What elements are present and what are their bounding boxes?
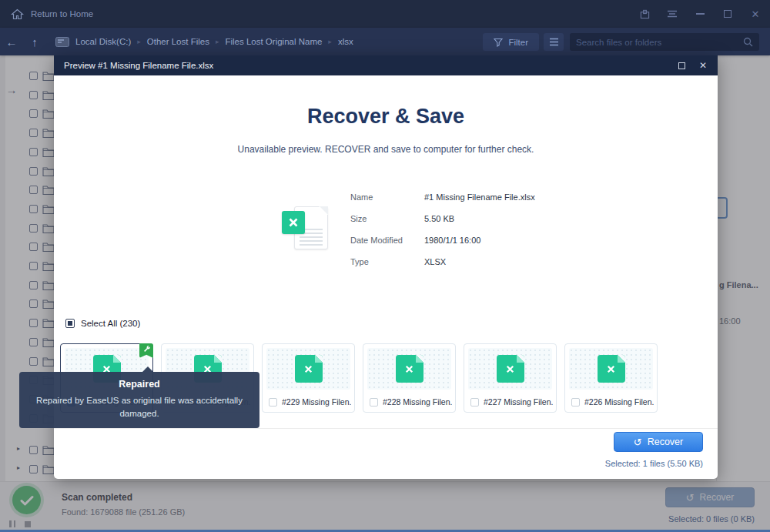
up-arrow-icon[interactable]: ↑ bbox=[23, 35, 46, 49]
breadcrumb-item-files-lost-original-name[interactable]: Files Lost Original Name bbox=[225, 37, 322, 46]
detail-row: Name #1 Missing Filename File.xlsx bbox=[350, 186, 535, 208]
detail-row: Type XLSX bbox=[350, 251, 535, 273]
file-card-label: #229 Missing Filen... bbox=[282, 397, 351, 407]
breadcrumb-item-other-lost-files[interactable]: Other Lost Files bbox=[147, 37, 209, 46]
detail-label: Type bbox=[350, 257, 424, 266]
dialog-maximize-icon[interactable] bbox=[678, 62, 685, 69]
file-checkbox[interactable] bbox=[370, 398, 378, 407]
title-bar: Return to Home ✕ bbox=[0, 0, 770, 28]
detail-label: Size bbox=[350, 214, 424, 223]
thumbnail-area bbox=[266, 348, 350, 390]
detail-value: #1 Missing Filename File.xlsx bbox=[424, 192, 535, 202]
select-all-checkbox[interactable]: Select All (230) bbox=[65, 319, 140, 328]
thumbnail-area bbox=[367, 348, 451, 390]
modal-footer-divider bbox=[54, 428, 718, 429]
modal-selected-summary: Selected: 1 files (5.50 KB) bbox=[605, 459, 703, 468]
app-window: Return to Home ✕ ← → ↑ Local Disk(C:) ▸ … bbox=[0, 0, 770, 532]
breadcrumb: Local Disk(C:) ▸ Other Lost Files ▸ File… bbox=[55, 37, 353, 47]
breadcrumb-separator: ▸ bbox=[137, 38, 141, 45]
package-icon[interactable] bbox=[639, 8, 650, 19]
home-icon bbox=[11, 8, 24, 20]
funnel-icon bbox=[494, 38, 503, 47]
dialog-close-icon[interactable]: ✕ bbox=[699, 60, 707, 71]
preview-unavailable-message: Unavailable preview. RECOVER and save to… bbox=[54, 144, 718, 155]
detail-value: 5.50 KB bbox=[424, 214, 454, 223]
file-card[interactable]: #226 Missing Filen... bbox=[564, 343, 658, 413]
file-card-label: #227 Missing Filen... bbox=[484, 397, 553, 407]
xlsx-file-icon bbox=[295, 355, 323, 383]
file-details: Name #1 Missing Filename File.xlsx Size … bbox=[350, 186, 535, 273]
back-arrow-icon[interactable]: ← bbox=[0, 35, 23, 49]
preview-dialog-titlebar: Preview #1 Missing Filename File.xlsx ✕ bbox=[54, 55, 718, 75]
breadcrumb-separator: ▸ bbox=[328, 38, 332, 45]
file-card[interactable]: #227 Missing Filen... bbox=[464, 343, 557, 413]
file-card[interactable]: #228 Missing Filen... bbox=[363, 343, 456, 413]
recover-save-heading: Recover & Save bbox=[54, 105, 718, 129]
return-to-home-button[interactable]: Return to Home bbox=[11, 8, 93, 20]
file-checkbox[interactable] bbox=[571, 398, 580, 407]
maximize-icon[interactable] bbox=[722, 8, 733, 19]
minimize-icon[interactable] bbox=[695, 8, 705, 19]
xlsx-preview-icon bbox=[282, 203, 330, 256]
view-toggle-button[interactable] bbox=[544, 33, 564, 51]
search-box bbox=[570, 33, 759, 51]
xlsx-file-icon bbox=[396, 355, 424, 383]
recover-label: Recover bbox=[648, 437, 684, 447]
thumbnail-area bbox=[468, 348, 552, 390]
close-icon[interactable]: ✕ bbox=[750, 8, 761, 19]
list-view-icon bbox=[549, 38, 559, 46]
indeterminate-checkbox-icon bbox=[65, 319, 75, 328]
file-card-label: #226 Missing Filen... bbox=[584, 397, 654, 407]
preview-dialog-title: Preview #1 Missing Filename File.xlsx bbox=[64, 61, 213, 70]
search-input[interactable] bbox=[576, 38, 743, 47]
select-all-label: Select All (230) bbox=[81, 319, 140, 328]
search-icon[interactable] bbox=[743, 37, 753, 47]
breadcrumb-item-disk[interactable]: Local Disk(C:) bbox=[75, 37, 131, 46]
detail-value: 1980/1/1 16:00 bbox=[424, 236, 480, 245]
tooltip-body: Repaired by EaseUS as original file was … bbox=[30, 394, 249, 420]
navigation-toolbar: ← → ↑ Local Disk(C:) ▸ Other Lost Files … bbox=[0, 28, 770, 55]
menu-icon[interactable] bbox=[667, 8, 678, 19]
recover-button[interactable]: ↺ Recover bbox=[614, 432, 703, 452]
recover-icon: ↺ bbox=[634, 437, 642, 447]
xlsx-file-icon bbox=[598, 355, 625, 383]
drive-icon bbox=[55, 37, 69, 47]
tooltip-title: Repaired bbox=[30, 379, 249, 390]
return-to-home-label: Return to Home bbox=[31, 9, 93, 18]
filter-button[interactable]: Filter bbox=[483, 33, 539, 51]
detail-row: Date Modified 1980/1/1 16:00 bbox=[350, 229, 535, 251]
file-card[interactable]: #229 Missing Filen... bbox=[262, 343, 355, 413]
repaired-tooltip: Repaired Repaired by EaseUS as original … bbox=[19, 372, 259, 428]
breadcrumb-item-xlsx[interactable]: xlsx bbox=[338, 37, 353, 46]
detail-label: Date Modified bbox=[350, 236, 424, 245]
detail-label: Name bbox=[350, 192, 424, 202]
detail-value: XLSX bbox=[424, 257, 446, 266]
breadcrumb-separator: ▸ bbox=[216, 38, 219, 45]
detail-row: Size 5.50 KB bbox=[350, 208, 535, 229]
file-checkbox[interactable] bbox=[470, 398, 479, 407]
thumbnail-area bbox=[569, 348, 653, 390]
xlsx-file-icon bbox=[497, 355, 524, 383]
file-card-label: #228 Missing Filen... bbox=[383, 397, 452, 407]
filter-label: Filter bbox=[508, 38, 528, 47]
file-checkbox[interactable] bbox=[269, 398, 277, 407]
